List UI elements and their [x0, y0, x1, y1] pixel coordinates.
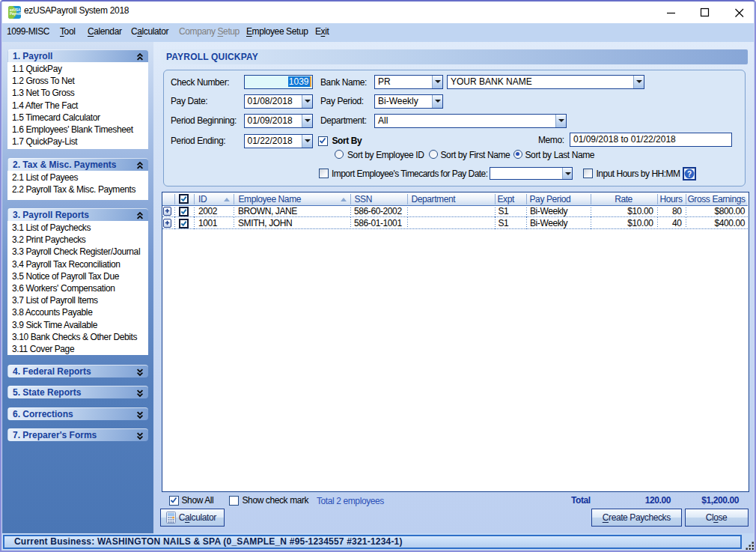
svg-text:Payroll: Payroll — [10, 12, 21, 16]
svg-text:?: ? — [687, 170, 692, 178]
